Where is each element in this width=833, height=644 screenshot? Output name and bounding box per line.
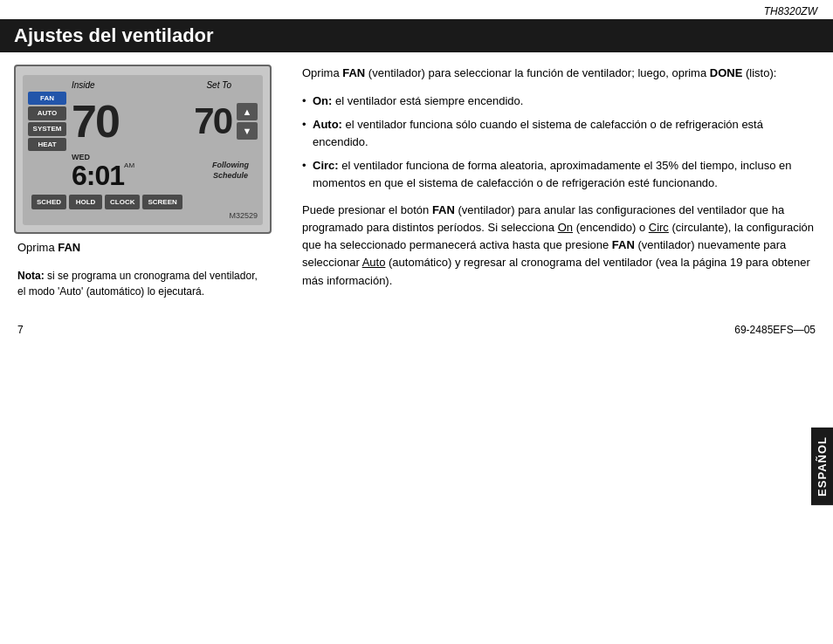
auto-button[interactable]: AUTO [28,106,66,120]
right-body-text: Puede presionar el botón FAN (ventilador… [302,202,819,290]
sched-button[interactable]: SCHED [31,195,66,209]
hold-button[interactable]: HOLD [69,195,102,209]
main-content: Inside Set To FAN AUTO SYSTEM HEAT 70 [0,65,833,299]
note-label: Nota: [17,270,45,282]
left-column: Inside Set To FAN AUTO SYSTEM HEAT 70 [14,65,285,299]
model-code: M32529 [28,211,258,220]
down-arrow-button[interactable]: ▼ [237,122,258,140]
thermostat-display: FAN AUTO SYSTEM HEAT 70 70 ▲ ▼ [28,92,258,151]
feature-bullets: On: el ventilador está siempre encendido… [302,92,819,192]
inside-label: Inside [72,80,95,90]
side-buttons: FAN AUTO SYSTEM HEAT [28,92,66,151]
page-title: Ajustes del ventilador [0,19,833,52]
time-display: 6:01 [72,161,124,189]
bullet-on: On: el ventilador está siempre encendido… [302,92,819,110]
model-number: TH8320ZW [0,0,833,19]
thermostat-inner: Inside Set To FAN AUTO SYSTEM HEAT 70 [23,75,263,225]
fan-button[interactable]: FAN [28,92,66,106]
screen-button[interactable]: SCREEN [142,195,182,209]
thermostat-caption: Oprima FAN [14,241,285,254]
setto-label: Set To [206,80,231,90]
note-section: Nota: si se programa un cronograma del v… [14,268,267,299]
am-pm-label: AM [124,161,134,169]
heat-button[interactable]: HEAT [28,138,66,152]
bottom-buttons-row: SCHED HOLD CLOCK SCREEN [28,195,258,209]
page-footer: 7 69-2485EFS—05 [0,313,833,343]
day-time-area: WED 6:01 AM [72,153,134,189]
inside-temp: 70 [72,99,119,144]
thermostat-labels: Inside Set To [28,80,258,90]
setto-temp: 70 [194,103,231,140]
up-arrow-button[interactable]: ▲ [237,103,258,120]
arrow-buttons: ▲ ▼ [237,103,258,140]
thermostat-image: Inside Set To FAN AUTO SYSTEM HEAT 70 [14,65,272,234]
page-number: 7 [17,324,24,336]
setto-temp-area: 70 [194,103,231,140]
note-text: si se programa un cronograma del ventila… [17,270,258,298]
right-column: Oprima FAN (ventilador) para seleccionar… [302,65,819,299]
right-intro: Oprima FAN (ventilador) para seleccionar… [302,65,819,82]
thermostat-lower: WED 6:01 AM FollowingSchedule [28,151,258,189]
system-button[interactable]: SYSTEM [28,122,66,136]
doc-number: 69-2485EFS—05 [734,324,816,336]
espanol-tab: ESPAÑOL [811,428,833,505]
clock-button[interactable]: CLOCK [105,195,140,209]
following-schedule-label: FollowingSchedule [212,161,249,181]
bullet-circ: Circ: el ventilador funciona de forma al… [302,157,819,191]
bullet-auto: Auto: el ventilador funciona sólo cuando… [302,116,819,150]
